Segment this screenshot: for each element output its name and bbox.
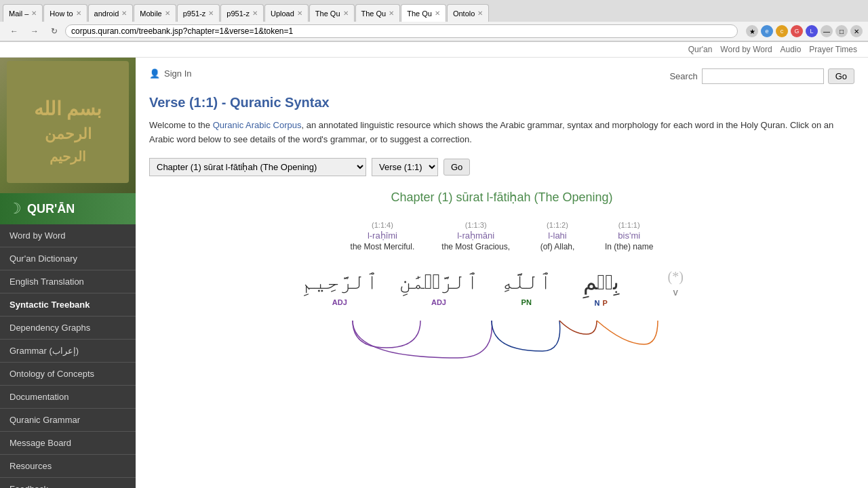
close-icon[interactable]: ✕ bbox=[477, 9, 483, 17]
tab-mail[interactable]: Mail – ✕ bbox=[3, 4, 43, 22]
search-label: Search bbox=[669, 71, 697, 81]
pos-adj-4: ADJ bbox=[332, 298, 347, 306]
tab-bar: Mail – ✕ How to ✕ android ✕ Mobile ✕ p95… bbox=[0, 0, 868, 22]
forward-button[interactable]: → bbox=[26, 24, 43, 38]
sidebar-item-word-by-word[interactable]: Word by Word bbox=[0, 224, 136, 247]
browser-chrome: Mail – ✕ How to ✕ android ✕ Mobile ✕ p95… bbox=[0, 0, 868, 42]
minimize-button[interactable]: — bbox=[821, 25, 833, 37]
close-icon[interactable]: ✕ bbox=[76, 9, 81, 17]
sidebar-item-english-translation[interactable]: English Translation bbox=[0, 270, 136, 293]
word-ref-2: (1:1:2) bbox=[537, 221, 578, 229]
sidebar-item-grammar[interactable]: Grammar (إعراب) bbox=[0, 340, 136, 363]
word-cell-4[interactable]: (1:1:4) l-raḥīmi the Most Merciful. bbox=[337, 221, 429, 256]
tab-label: Mail – bbox=[9, 9, 28, 18]
word-table: (1:1:4) l-raḥīmi the Most Merciful. (1:1… bbox=[149, 221, 854, 256]
tab-label: p951-z bbox=[226, 9, 250, 18]
nav-audio[interactable]: Audio bbox=[781, 45, 802, 54]
svg-text:الرحمن: الرحمن bbox=[45, 125, 92, 143]
extension-icon-4[interactable]: L bbox=[806, 25, 818, 37]
nav-prayer-times[interactable]: Prayer Times bbox=[809, 45, 857, 54]
pos-adj-3: ADJ bbox=[431, 298, 446, 306]
close-icon[interactable]: ✕ bbox=[389, 9, 394, 17]
pos-labels-2: PN bbox=[499, 298, 553, 306]
sidebar-item-quranic-grammar[interactable]: Quranic Grammar bbox=[0, 409, 136, 432]
tab-upload[interactable]: Upload ✕ bbox=[264, 4, 309, 22]
sidebar-item-ontology[interactable]: Ontology of Concepts bbox=[0, 363, 136, 386]
sign-in-label[interactable]: Sign In bbox=[164, 68, 191, 79]
tab-label: Mobile bbox=[140, 9, 161, 18]
maximize-button[interactable]: □ bbox=[835, 25, 848, 37]
main-content: 👤 Sign In Search Go Verse (1:1) - Qurani… bbox=[136, 58, 868, 488]
tab-quran-3[interactable]: The Qu ✕ bbox=[401, 4, 446, 22]
word-cell-3[interactable]: (1:1:3) l-raḥmāni the Most Gracious, bbox=[428, 221, 524, 256]
extension-icon-3[interactable]: G bbox=[791, 25, 803, 37]
tab-quran-1[interactable]: The Qu ✕ bbox=[309, 4, 355, 22]
word-english-4: the Most Merciful. bbox=[351, 242, 415, 251]
arabic-text-2: ٱللَّهِ bbox=[499, 269, 553, 294]
tab-p951-2[interactable]: p951-z ✕ bbox=[220, 4, 264, 22]
close-icon[interactable]: ✕ bbox=[165, 9, 170, 17]
address-bar[interactable] bbox=[65, 24, 738, 38]
tab-android[interactable]: android ✕ bbox=[88, 4, 134, 22]
pos-labels-4: ADJ bbox=[301, 298, 378, 306]
extension-icon-1[interactable]: e bbox=[761, 25, 773, 37]
tab-mobile[interactable]: Mobile ✕ bbox=[134, 4, 176, 22]
arabic-word-col-1[interactable]: بِسۡمِ N P bbox=[567, 269, 635, 307]
browser-icons: ★ e c G L — □ ✕ bbox=[746, 25, 863, 37]
verse-select[interactable]: Verse (1:1) bbox=[372, 158, 438, 176]
word-cell-2[interactable]: (1:1:2) l-lahi (of) Allah, bbox=[524, 221, 591, 256]
quran-icon: ☽ bbox=[8, 200, 22, 218]
sidebar-logo: بسم الله الرحمن الرحيم bbox=[0, 58, 136, 193]
close-icon[interactable]: ✕ bbox=[435, 9, 440, 17]
sidebar-item-dependency-graphs[interactable]: Dependency Graphs bbox=[0, 317, 136, 340]
svg-rect-0 bbox=[7, 61, 129, 183]
sidebar-item-documentation[interactable]: Documentation bbox=[0, 386, 136, 409]
tab-howto[interactable]: How to ✕ bbox=[43, 4, 87, 22]
go-button[interactable]: Go bbox=[443, 159, 470, 176]
tab-quran-2[interactable]: The Qu ✕ bbox=[355, 4, 401, 22]
sidebar-item-message-board[interactable]: Message Board bbox=[0, 432, 136, 455]
nav-bar: ← → ↻ ★ e c G L — □ ✕ bbox=[0, 22, 868, 41]
controls: Chapter (1) sūrat l-fātiḥah (The Opening… bbox=[149, 158, 854, 176]
close-icon[interactable]: ✕ bbox=[121, 9, 127, 17]
arabic-word-col-4[interactable]: ٱلرَّحِيمِ ADJ bbox=[294, 269, 385, 306]
arabic-word-col-2[interactable]: ٱللَّهِ PN bbox=[492, 269, 560, 306]
word-cell-1[interactable]: (1:1:1) bis'mi In (the) name bbox=[591, 221, 667, 256]
pos-v: V bbox=[673, 289, 678, 297]
arabic-word-col-3[interactable]: ٱلرَّحۡمَٰنِ ADJ bbox=[392, 269, 486, 306]
sidebar-item-resources[interactable]: Resources bbox=[0, 455, 136, 478]
search-area: Search Go bbox=[669, 68, 854, 84]
sidebar-logo-text: بسم الله الرحمن الرحيم bbox=[7, 61, 129, 190]
page-title: Verse (1:1) - Quranic Syntax bbox=[149, 95, 854, 110]
tab-ontolo[interactable]: Ontolo ✕ bbox=[447, 4, 489, 22]
sidebar-item-feedback[interactable]: Feedback bbox=[0, 478, 136, 488]
chapter-select[interactable]: Chapter (1) sūrat l-fātiḥah (The Opening… bbox=[149, 158, 366, 176]
extension-icon-2[interactable]: c bbox=[776, 25, 788, 37]
pos-pn-2: PN bbox=[521, 298, 532, 306]
tab-label: Ontolo bbox=[453, 9, 475, 18]
search-go-button[interactable]: Go bbox=[828, 68, 854, 84]
quran-nav-logo[interactable]: ☽ QUR'ĀN bbox=[0, 193, 136, 224]
close-icon[interactable]: ✕ bbox=[343, 9, 349, 17]
sidebar-item-syntactic-treebank[interactable]: Syntactic Treebank bbox=[0, 293, 136, 317]
close-icon[interactable]: ✕ bbox=[31, 9, 37, 17]
close-icon[interactable]: ✕ bbox=[252, 9, 258, 17]
bookmark-icon[interactable]: ★ bbox=[746, 25, 758, 37]
sign-in-area[interactable]: 👤 Sign In bbox=[149, 68, 191, 79]
back-button[interactable]: ← bbox=[5, 24, 23, 38]
close-button[interactable]: ✕ bbox=[850, 25, 863, 37]
url-input[interactable] bbox=[71, 26, 732, 36]
close-icon[interactable]: ✕ bbox=[297, 9, 302, 17]
close-icon[interactable]: ✕ bbox=[208, 9, 214, 17]
refresh-button[interactable]: ↻ bbox=[46, 24, 62, 38]
nav-word-by-word[interactable]: Word by Word bbox=[720, 45, 772, 54]
sidebar-item-quran-dictionary[interactable]: Qur'an Dictionary bbox=[0, 247, 136, 270]
tab-p951-1[interactable]: p951-z ✕ bbox=[177, 4, 220, 22]
user-icon: 👤 bbox=[149, 68, 160, 79]
search-input[interactable] bbox=[702, 68, 824, 84]
word-ref-3: (1:1:3) bbox=[441, 221, 510, 229]
nav-quran[interactable]: Qur'an bbox=[688, 45, 713, 54]
word-roman-4: l-raḥīmi bbox=[351, 230, 415, 241]
corpus-link[interactable]: Quranic Arabic Corpus bbox=[213, 120, 302, 130]
pos-labels-1: N P bbox=[574, 299, 628, 307]
